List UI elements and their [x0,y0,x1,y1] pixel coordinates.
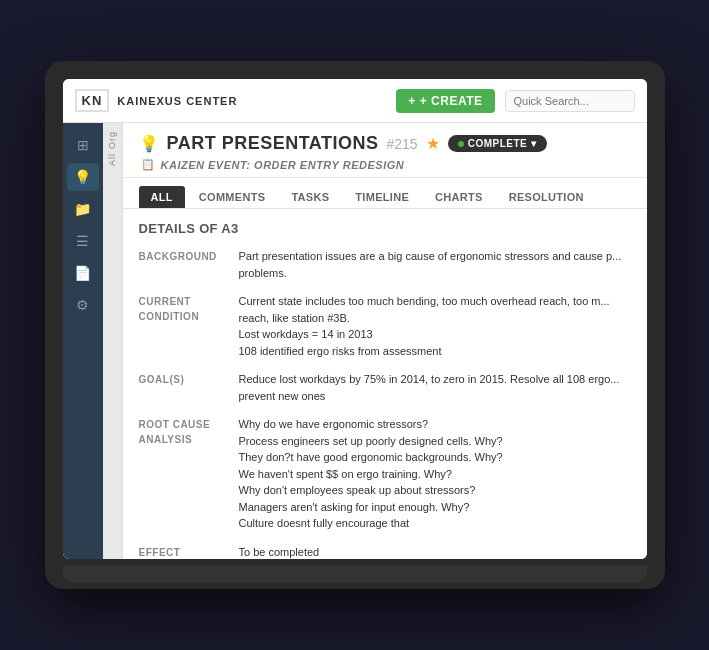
sidebar-item-list[interactable]: ☰ [67,227,99,255]
value-effect: To be completed [239,544,631,560]
subtitle-text: KAIZEN EVENT: ORDER ENTRY REDESIGN [161,159,405,171]
page-header: 💡 PART PRESENTATIONS #215 ★ COMPLETE ▾ [123,123,647,178]
star-icon[interactable]: ★ [426,134,440,153]
details-section: DETAILS OF A3 BACKGROUND Part presentati… [123,209,647,559]
complete-label: COMPLETE [468,138,528,149]
complete-dot [458,141,464,147]
sidebar-item-document[interactable]: 📄 [67,259,99,287]
sidebar: ⊞ 💡 📁 ☰ 📄 ⚙ [63,123,103,559]
label-goals: GOAL(S) [139,371,239,404]
value-current-condition: Current state includes too much bending,… [239,293,631,359]
tab-resolution[interactable]: RESOLUTION [497,186,596,208]
detail-row-effect: EFFECTCONFIRMATION To be completed [139,544,631,560]
page-title-row: 💡 PART PRESENTATIONS #215 ★ COMPLETE ▾ [139,133,631,154]
tab-comments[interactable]: COMMENTS [187,186,278,208]
value-goals: Reduce lost workdays by 75% in 2014, to … [239,371,631,404]
label-effect: EFFECTCONFIRMATION [139,544,239,560]
sidebar-item-grid[interactable]: ⊞ [67,131,99,159]
tab-all[interactable]: ALL [139,186,185,208]
detail-row-current-condition: CURRENTCONDITION Current state includes … [139,293,631,359]
page-title: PART PRESENTATIONS [167,133,379,154]
value-background: Part presentation issues are a big cause… [239,248,631,281]
subtitle-row: 📋 KAIZEN EVENT: ORDER ENTRY REDESIGN [139,158,631,171]
create-plus-icon: + [408,94,416,108]
logo-text: KAINEXUS CENTER [117,95,237,107]
details-title: DETAILS OF A3 [139,221,631,236]
org-bar: Org All [103,123,123,559]
complete-badge[interactable]: COMPLETE ▾ [448,135,547,152]
tabs-row: ALL COMMENTS TASKS TIMELINE CHARTS RESOL… [123,178,647,209]
folder-icon: 📋 [141,158,155,171]
item-number: #215 [387,136,418,152]
top-bar: KN KAINEXUS CENTER + + CREATE [63,79,647,123]
tab-charts[interactable]: CHARTS [423,186,495,208]
value-root-cause: Why do we have ergonomic stressors? Proc… [239,416,631,532]
label-current-condition: CURRENTCONDITION [139,293,239,359]
create-button[interactable]: + + CREATE [396,89,494,113]
logo-container: KN KAINEXUS CENTER [75,89,238,112]
detail-row-root-cause: ROOT CAUSEANALYSIS Why do we have ergono… [139,416,631,532]
label-root-cause: ROOT CAUSEANALYSIS [139,416,239,532]
main-layout: ⊞ 💡 📁 ☰ 📄 ⚙ Org All � [63,123,647,559]
complete-chevron: ▾ [531,138,537,149]
laptop-screen: KN KAINEXUS CENTER + + CREATE ⊞ 💡 📁 ☰ 📄 [63,79,647,559]
bulb-icon: 💡 [139,134,159,153]
label-background: BACKGROUND [139,248,239,281]
content-area: 💡 PART PRESENTATIONS #215 ★ COMPLETE ▾ [123,123,647,559]
laptop-base [63,565,647,583]
laptop-frame: KN KAINEXUS CENTER + + CREATE ⊞ 💡 📁 ☰ 📄 [45,61,665,589]
sidebar-item-folder[interactable]: 📁 [67,195,99,223]
logo-kn: KN [75,89,110,112]
all-label: All [107,153,117,166]
search-input[interactable] [505,90,635,112]
detail-row-goals: GOAL(S) Reduce lost workdays by 75% in 2… [139,371,631,404]
detail-row-background: BACKGROUND Part presentation issues are … [139,248,631,281]
create-label: + CREATE [420,94,483,108]
org-label: Org [107,131,117,149]
tab-timeline[interactable]: TIMELINE [343,186,421,208]
tab-tasks[interactable]: TASKS [279,186,341,208]
sidebar-item-settings[interactable]: ⚙ [67,291,99,319]
app-container: KN KAINEXUS CENTER + + CREATE ⊞ 💡 📁 ☰ 📄 [63,79,647,559]
sidebar-item-idea[interactable]: 💡 [67,163,99,191]
